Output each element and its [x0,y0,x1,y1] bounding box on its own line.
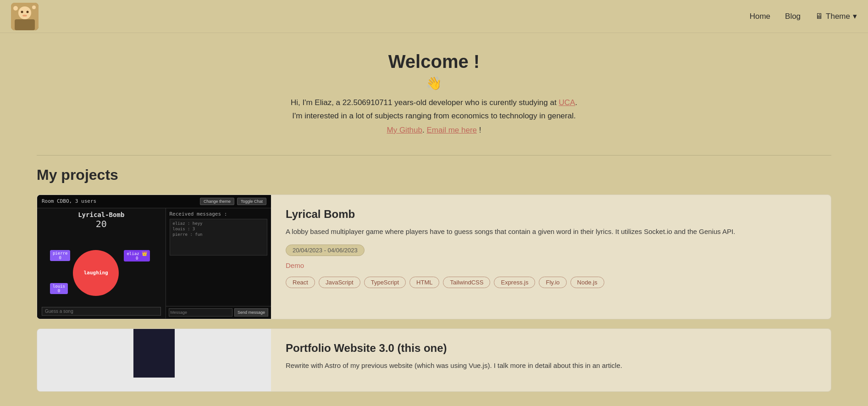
change-theme-button[interactable]: Change theme [200,198,234,205]
svg-point-2 [21,11,23,13]
project-info-portfolio: Portfolio Website 3.0 (this one) Rewrite… [271,329,831,391]
project-description-lyrical-bomb: A lobby based multiplayer game where pla… [286,226,816,237]
theme-label: Theme [826,12,850,21]
room-label: Room CDBO, 3 users [42,198,96,204]
game-body: Lyrical-Bomb 20 pierre 0 louis 0 [37,208,271,318]
game-left-panel: Lyrical-Bomb 20 pierre 0 louis 0 [37,208,166,318]
player-eliaz: eliaz 👑 0 [124,250,150,261]
game-preview: Room CDBO, 3 users Change theme Toggle C… [37,195,271,319]
player-louis: louis 0 [50,283,68,294]
project-demo-link-lyrical-bomb[interactable]: Demo [286,261,304,269]
section-divider [37,155,831,156]
project-date-lyrical-bomb: 20/04/2023 - 04/06/2023 [286,245,365,256]
messages-area: Received messages : eliaz : heyy louis :… [166,208,271,306]
logo-icon [11,3,39,30]
send-message-button[interactable]: Send message [234,308,268,317]
player-pierre: pierre 0 [50,250,71,261]
project-title-lyrical-bomb: Lyrical Bomb [286,208,816,221]
projects-title: My projects [37,167,831,184]
tag-react: React [286,277,315,288]
hero-line1: Hi, I'm Eliaz, a 22.506910711 years-old … [9,96,859,110]
hero-links: My Github. Email me here ! [9,126,859,135]
hero-title: Welcome ! [9,51,859,72]
tag-flyio: Fly.io [539,277,566,288]
chat-input-row: Send message [166,306,271,318]
msg-2: louis : 3 [173,227,265,231]
project-card-lyrical-bomb: Room CDBO, 3 users Change theme Toggle C… [37,195,831,319]
project-description-portfolio: Rewrite with Astro of my previous websit… [286,360,816,371]
tag-nodejs: Node.js [570,277,604,288]
nav-logo[interactable] [11,3,39,30]
tag-expressjs: Express.js [494,277,535,288]
svg-point-6 [13,6,18,11]
message-box: eliaz : heyy louis : 3 pierre : fun [170,219,268,256]
nav-links: Home Blog 🖥 Theme ▾ [750,11,857,21]
game-right-panel: Received messages : eliaz : heyy louis :… [166,208,271,318]
svg-point-1 [18,6,31,19]
nav-blog-link[interactable]: Blog [785,12,801,21]
tag-javascript: JavaScript [319,277,360,288]
game-input-row [42,307,161,316]
hero-line2: I'm interested in a lot of subjects rang… [9,110,859,123]
theme-toggle-button[interactable]: 🖥 Theme ▾ [815,11,857,21]
tag-typescript: TypeScript [364,277,406,288]
hero-section: Welcome ! 👋 Hi, I'm Eliaz, a 22.50691071… [0,33,868,144]
project-title-portfolio: Portfolio Website 3.0 (this one) [286,342,816,355]
github-link[interactable]: My Github [387,126,422,134]
nav-home-link[interactable]: Home [750,12,770,21]
received-messages-label: Received messages : [170,211,268,217]
email-link[interactable]: Email me here [426,126,477,134]
chevron-down-icon: ▾ [853,11,857,21]
msg-3: pierre : fun [173,232,265,237]
toggle-chat-button[interactable]: Toggle Chat [237,198,266,205]
guess-song-input[interactable] [42,307,161,316]
hero-wave: 👋 [9,76,859,91]
projects-section: My projects Room CDBO, 3 users Change th… [0,167,868,392]
theme-icon: 🖥 [815,12,823,21]
message-input[interactable] [169,308,232,317]
project-image-lyrical-bomb: Room CDBO, 3 users Change theme Toggle C… [37,195,271,319]
game-header-buttons: Change theme Toggle Chat [200,198,266,205]
project-tags-lyrical-bomb: React JavaScript TypeScript HTML Tailwin… [286,277,816,288]
project-info-lyrical-bomb: Lyrical Bomb A lobby based multiplayer g… [271,195,831,319]
svg-point-4 [22,15,27,17]
svg-point-3 [27,11,29,13]
project-card-portfolio: Portfolio Website 3.0 (this one) Rewrite… [37,328,831,392]
game-header: Room CDBO, 3 users Change theme Toggle C… [37,195,271,208]
center-circle: laughing [73,250,119,296]
msg-1: eliaz : heyy [173,221,265,226]
svg-point-7 [32,6,36,9]
uca-link[interactable]: UCA [558,98,575,107]
project-image-portfolio [37,329,271,391]
tag-tailwindcss: TailwindCSS [443,277,490,288]
game-title-area: Lyrical-Bomb 20 [37,208,166,232]
tag-html: HTML [409,277,439,288]
navbar: Home Blog 🖥 Theme ▾ [0,0,868,33]
svg-rect-5 [15,19,35,30]
